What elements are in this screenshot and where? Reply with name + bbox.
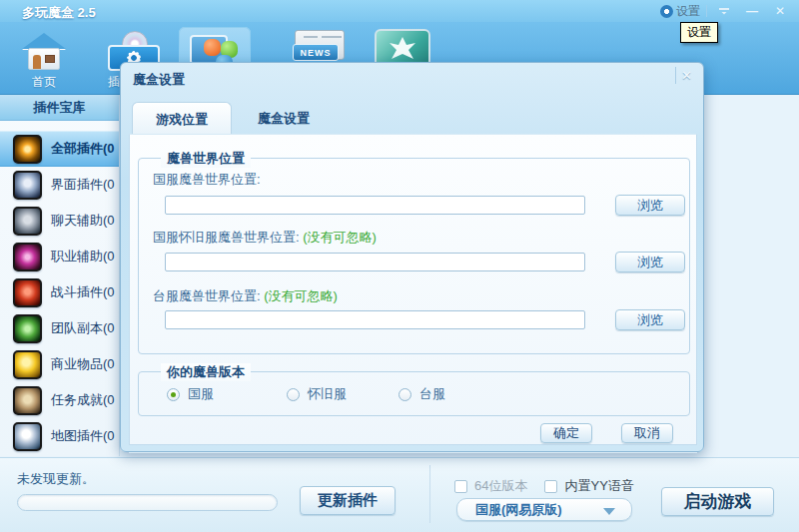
checkbox-64bit[interactable]: [454, 480, 467, 493]
sidebar-item-chat-helper[interactable]: 聊天辅助(0: [0, 203, 119, 239]
radio-icon: [287, 388, 300, 401]
dropdown-arrow-icon: [603, 508, 615, 515]
group-world-location-legend: 魔兽世界位置: [161, 150, 251, 168]
sidebar-item-label: 界面插件(0: [51, 176, 115, 194]
sidebar-item-combat-plugins[interactable]: 战斗插件(0: [0, 274, 119, 310]
minimize-button[interactable]: —: [741, 4, 763, 19]
checkbox-yy-voice-label: 内置YY语音: [564, 477, 633, 495]
field-label-cn: 国服魔兽世界位置:: [153, 171, 261, 189]
settings-label: 设置: [676, 3, 700, 20]
browse-button-cn-classic[interactable]: 浏览: [615, 252, 685, 272]
dialog-close-button[interactable]: ✕: [675, 67, 697, 84]
rune-icon: [13, 314, 42, 343]
field-note-cn-classic: (没有可忽略): [303, 230, 377, 245]
emblem-icon: [388, 36, 417, 62]
browse-button-cn[interactable]: 浏览: [615, 195, 685, 216]
helmet-icon: [13, 207, 42, 236]
group-world-location: 魔兽世界位置 国服魔兽世界位置: 浏览 国服怀旧服魔兽世界位置: (没有可忽略)…: [138, 158, 690, 354]
browse-button-tw[interactable]: 浏览: [615, 309, 685, 330]
ok-button[interactable]: 确定: [540, 423, 592, 443]
sidebar-item-label: 职业辅助(0: [51, 248, 115, 266]
radio-classic-server[interactable]: 怀旧服: [287, 385, 347, 403]
titlebar-separator: [706, 5, 707, 17]
update-progress-bar: [17, 494, 278, 511]
radio-tw-server[interactable]: 台服: [399, 385, 445, 403]
combat-icon: [13, 278, 42, 307]
server-select-dropdown[interactable]: 国服(网易原版): [456, 498, 632, 521]
sidebar: 插件宝库 全部插件(0 界面插件(0 聊天辅助(0 职业辅助(0 战斗插件(0 …: [0, 95, 120, 456]
group-wow-version-legend: 你的魔兽版本: [161, 363, 251, 381]
checkbox-yy-voice[interactable]: [544, 480, 557, 493]
app-title: 多玩魔盒 2.5: [22, 4, 96, 22]
titlebar: 多玩魔盒 2.5 设置 — ✕: [0, 0, 799, 22]
tab-game-location[interactable]: 游戏位置: [132, 102, 232, 135]
shield-icon: [13, 171, 42, 200]
radio-cn-server[interactable]: 国服: [167, 385, 214, 403]
chevron-down-icon: [719, 8, 729, 15]
checkbox-64bit-label: 64位版本: [474, 477, 527, 495]
settings-dialog: 魔盒设置 ✕ 游戏位置 魔盒设置 魔兽世界位置 国服魔兽世界位置: 浏览 国服怀…: [120, 62, 704, 452]
group-wow-version: 你的魔兽版本 国服 怀旧服 台服: [138, 371, 690, 416]
sidebar-item-label: 全部插件(0: [51, 140, 115, 158]
gear-icon: [660, 5, 673, 18]
sidebar-item-map-plugins[interactable]: 地图插件(0: [0, 418, 119, 454]
sidebar-item-label: 地图插件(0: [51, 427, 115, 445]
dialog-title: 魔盒设置: [133, 71, 185, 89]
cancel-button[interactable]: 取消: [621, 423, 673, 443]
input-tw-wow-path[interactable]: [165, 310, 585, 329]
sidebar-item-label: 战斗插件(0: [51, 283, 115, 301]
launch-game-button[interactable]: 启动游戏: [661, 487, 774, 516]
input-cn-wow-path[interactable]: [165, 196, 585, 215]
field-label-cn-classic: 国服怀旧服魔兽世界位置: (没有可忽略): [153, 229, 377, 247]
sidebar-item-quest-achievement[interactable]: 任务成就(0: [0, 382, 119, 418]
tab-panel-game-location: 魔兽世界位置 国服魔兽世界位置: 浏览 国服怀旧服魔兽世界位置: (没有可忽略)…: [129, 134, 697, 445]
toolbar-item-news[interactable]: NEWS: [293, 30, 347, 66]
toolbar-item-home[interactable]: 首页: [8, 27, 80, 93]
sidebar-item-label: 商业物品(0: [51, 355, 115, 373]
app-window: 多玩魔盒 2.5 设置 — ✕ 首页 插: [0, 0, 799, 532]
skin-menu-button[interactable]: [713, 4, 735, 19]
statusbar: 未发现更新。 更新插件 64位版本 内置YY语音 国服(网易原版) 启动游戏: [0, 457, 799, 532]
dialog-separator: [129, 452, 697, 453]
radio-selected-icon: [167, 388, 180, 401]
sidebar-item-label: 聊天辅助(0: [51, 212, 115, 230]
sidebar-item-ui-plugins[interactable]: 界面插件(0: [0, 167, 119, 203]
toolbar-home-label: 首页: [8, 74, 80, 91]
server-select-value: 国服(网易原版): [475, 501, 562, 519]
sidebar-item-class-helper[interactable]: 职业辅助(0: [0, 239, 119, 274]
tab-box-settings[interactable]: 魔盒设置: [234, 102, 334, 135]
sidebar-item-commerce-items[interactable]: 商业物品(0: [0, 346, 119, 382]
input-cn-classic-wow-path[interactable]: [165, 253, 585, 271]
sidebar-item-raid-dungeon[interactable]: 团队副本(0: [0, 310, 119, 346]
field-note-tw: (没有可忽略): [264, 288, 338, 303]
update-plugins-button[interactable]: 更新插件: [300, 486, 396, 515]
sidebar-header: 插件宝库: [0, 95, 119, 121]
coins-icon: [13, 350, 42, 379]
cross-blades-icon: [13, 243, 42, 271]
sidebar-item-label: 任务成就(0: [51, 391, 115, 409]
home-icon: [22, 33, 66, 71]
statusbar-divider: [429, 465, 430, 523]
news-icon-label: NEWS: [293, 44, 339, 61]
sidebar-item-label: 团队副本(0: [51, 319, 115, 337]
compass-icon: [13, 422, 42, 451]
eye-icon: [13, 135, 42, 164]
field-label-tw: 台服魔兽世界位置: (没有可忽略): [153, 287, 338, 305]
update-status-text: 未发现更新。: [17, 470, 95, 488]
settings-tooltip: 设置: [680, 22, 718, 43]
settings-button[interactable]: 设置: [660, 3, 700, 20]
sidebar-item-all-plugins[interactable]: 全部插件(0: [0, 131, 119, 167]
scroll-icon: [13, 386, 42, 415]
close-button[interactable]: ✕: [769, 4, 791, 19]
radio-icon: [399, 388, 411, 401]
